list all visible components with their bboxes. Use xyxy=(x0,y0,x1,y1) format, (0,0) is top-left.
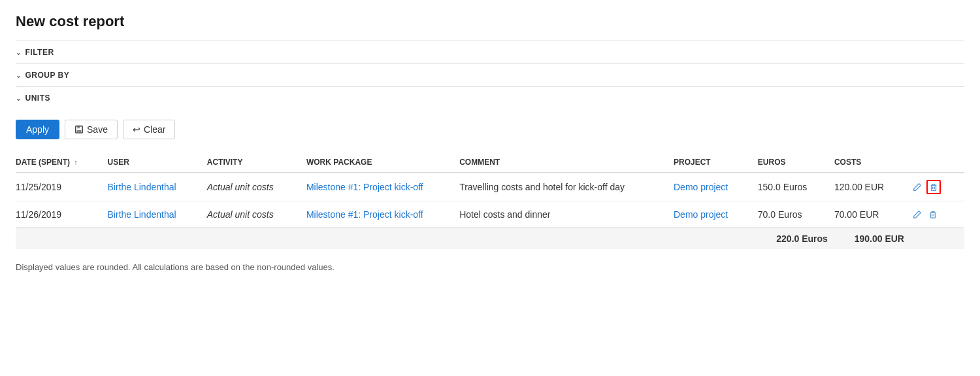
cell-actions xyxy=(911,173,964,201)
units-section[interactable]: ⌄ UNITS xyxy=(16,86,964,109)
edit-button[interactable] xyxy=(911,208,924,221)
cost-report-table: DATE (SPENT) ↑ USER ACTIVITY WORK PACKAG… xyxy=(16,152,964,249)
project-link[interactable]: Demo project xyxy=(674,209,728,220)
col-header-project: PROJECT xyxy=(674,152,758,173)
save-icon xyxy=(74,125,84,134)
cell-comment: Hotel costs and dinner xyxy=(459,201,674,228)
table-header-row: DATE (SPENT) ↑ USER ACTIVITY WORK PACKAG… xyxy=(16,152,964,173)
filter-section[interactable]: ⌄ FILTER xyxy=(16,41,964,63)
svg-rect-2 xyxy=(77,126,80,129)
save-button[interactable]: Save xyxy=(65,120,118,139)
totals-costs: 190.00 EUR xyxy=(834,228,911,250)
trash-icon xyxy=(928,210,938,219)
svg-rect-1 xyxy=(77,130,82,133)
table-row: 11/25/2019 Birthe Lindenthal Actual unit… xyxy=(16,173,964,201)
user-link[interactable]: Birthe Lindenthal xyxy=(108,209,176,220)
action-icons xyxy=(911,180,958,194)
trash-icon xyxy=(929,182,938,192)
wp-link[interactable]: Milestone #1: Project kick-off xyxy=(306,182,423,192)
group-by-label: GROUP BY xyxy=(25,71,70,80)
sort-arrow-date: ↑ xyxy=(74,159,77,166)
cell-actions xyxy=(911,201,964,228)
save-label: Save xyxy=(87,124,108,135)
cell-project[interactable]: Demo project xyxy=(674,201,758,228)
totals-euros: 220.0 Euros xyxy=(758,228,834,250)
col-header-work-package: WORK PACKAGE xyxy=(306,152,459,173)
totals-row: 220.0 Euros 190.00 EUR xyxy=(16,228,964,250)
units-chevron-icon: ⌄ xyxy=(16,95,22,102)
cell-project[interactable]: Demo project xyxy=(674,173,758,201)
undo-icon: ↩ xyxy=(133,124,140,135)
col-header-date[interactable]: DATE (SPENT) ↑ xyxy=(16,152,108,173)
clear-label: Clear xyxy=(144,124,165,135)
filter-label: FILTER xyxy=(25,48,54,57)
units-label: UNITS xyxy=(25,94,51,103)
footer-note: Displayed values are rounded. All calcul… xyxy=(16,262,964,272)
cell-user[interactable]: Birthe Lindenthal xyxy=(108,201,207,228)
col-header-comment: COMMENT xyxy=(459,152,674,173)
group-by-section[interactable]: ⌄ GROUP BY xyxy=(16,63,964,86)
col-header-euros: EUROS xyxy=(758,152,834,173)
cell-activity: Actual unit costs xyxy=(207,201,306,228)
table-row: 11/26/2019 Birthe Lindenthal Actual unit… xyxy=(16,201,964,228)
pencil-icon xyxy=(913,182,922,192)
cell-date: 11/26/2019 xyxy=(16,201,108,228)
project-link[interactable]: Demo project xyxy=(674,182,728,192)
cell-costs: 70.00 EUR xyxy=(834,201,911,228)
col-header-user: USER xyxy=(108,152,207,173)
page-title: New cost report xyxy=(16,13,964,30)
cell-euros: 150.0 Euros xyxy=(758,173,834,201)
cell-comment: Travelling costs and hotel for kick-off … xyxy=(459,173,674,201)
action-icons xyxy=(911,208,958,221)
wp-link[interactable]: Milestone #1: Project kick-off xyxy=(306,209,423,220)
svg-rect-6 xyxy=(930,213,935,218)
cell-costs: 120.00 EUR xyxy=(834,173,911,201)
col-header-activity: ACTIVITY xyxy=(207,152,306,173)
filter-chevron-icon: ⌄ xyxy=(16,49,22,56)
pencil-icon xyxy=(913,210,922,219)
col-header-actions xyxy=(911,152,964,173)
apply-button[interactable]: Apply xyxy=(16,120,59,139)
cell-euros: 70.0 Euros xyxy=(758,201,834,228)
group-by-chevron-icon: ⌄ xyxy=(16,72,22,79)
delete-button[interactable] xyxy=(926,208,939,221)
svg-rect-3 xyxy=(931,185,936,190)
toolbar: Apply Save ↩ Clear xyxy=(16,109,964,152)
cell-work-package[interactable]: Milestone #1: Project kick-off xyxy=(306,173,459,201)
clear-button[interactable]: ↩ Clear xyxy=(123,120,175,139)
cell-user[interactable]: Birthe Lindenthal xyxy=(108,173,207,201)
user-link[interactable]: Birthe Lindenthal xyxy=(108,182,176,192)
delete-button[interactable] xyxy=(926,180,941,194)
cell-date: 11/25/2019 xyxy=(16,173,108,201)
totals-label xyxy=(16,228,758,250)
cell-activity: Actual unit costs xyxy=(207,173,306,201)
cell-work-package[interactable]: Milestone #1: Project kick-off xyxy=(306,201,459,228)
edit-button[interactable] xyxy=(911,180,924,194)
col-header-costs: COSTS xyxy=(834,152,911,173)
